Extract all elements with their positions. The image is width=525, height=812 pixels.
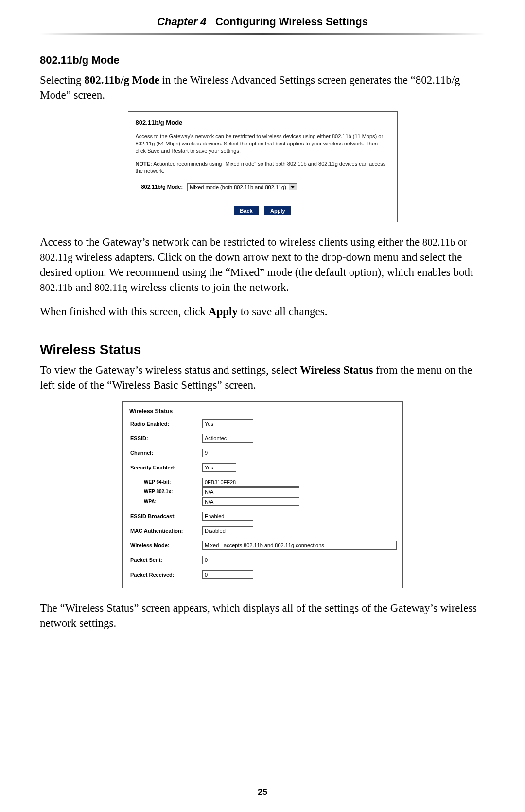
p2-e: wireless adapters. Click on the down arr… (40, 251, 473, 278)
intro-b: 802.11b/g Mode (84, 74, 159, 86)
p2-h: 802.11g (94, 282, 127, 293)
chapter-prefix: Chapter 4 (157, 16, 206, 28)
mode-select-value: Mixed mode (both 802.11b and 802.11g) (190, 184, 286, 190)
mode-panel-note: NOTE: Actiontec recommends using "Mixed … (136, 161, 390, 175)
label-essid-broadcast: ESSID Broadcast: (128, 513, 202, 519)
mode-panel-body: Access to the Gateway's network can be r… (136, 133, 390, 155)
value-mac-auth: Disabled (202, 526, 253, 535)
section2-intro: To view the Gateway’s wireless status an… (40, 362, 485, 393)
status-panel-title: Wireless Status (128, 406, 397, 419)
back-button[interactable]: Back (234, 206, 258, 215)
label-mac-auth: MAC Authentication: (128, 528, 202, 534)
value-radio-enabled: Yes (202, 419, 253, 428)
value-wireless-mode: Mixed - accepts 802.11b and 802.11g conn… (202, 541, 397, 550)
section-subtitle-802-mode: 802.11b/g Mode (40, 54, 485, 67)
value-security-enabled: Yes (202, 463, 236, 472)
row-wep64: WEP 64-bit: 0FB310FF28 (128, 478, 397, 487)
mode-panel-title: 802.11b/g Mode (136, 119, 390, 126)
p2-c: or (455, 236, 467, 248)
value-channel: 9 (202, 449, 253, 457)
page: Chapter 4 Configuring Wireless Settings … (0, 0, 525, 812)
label-wpa: WPA: (128, 499, 202, 504)
value-wpa: N/A (202, 497, 299, 506)
label-packet-sent: Packet Sent: (128, 557, 202, 563)
note-body: Actiontec recommends using "Mixed mode" … (136, 161, 386, 174)
chevron-down-icon[interactable] (289, 184, 297, 190)
page-number: 25 (0, 787, 525, 797)
status-panel: Wireless Status Radio Enabled: Yes ESSID… (122, 401, 403, 588)
mode-row: 802.11b/g Mode: Mixed mode (both 802.11b… (141, 183, 390, 191)
p2-d: 802.11g (40, 252, 72, 263)
p3-b: Apply (209, 306, 238, 318)
note-prefix: NOTE: (136, 161, 152, 167)
mode-panel: 802.11b/g Mode Access to the Gateway's n… (128, 111, 398, 222)
paragraph-4: The “Wireless Status” screen appears, wh… (40, 600, 485, 631)
label-wireless-mode: Wireless Mode: (128, 542, 202, 548)
value-essid-broadcast: Enabled (202, 512, 253, 521)
label-essid: ESSID: (128, 435, 202, 441)
mode-select[interactable]: Mixed mode (both 802.11b and 802.11g) (187, 183, 298, 191)
row-wireless-mode: Wireless Mode: Mixed - accepts 802.11b a… (128, 541, 397, 550)
label-wep64: WEP 64-bit: (128, 479, 202, 485)
p3-a: When finished with this screen, click (40, 306, 209, 318)
section-title-wireless-status: Wireless Status (40, 342, 485, 358)
section-rule (40, 334, 485, 334)
row-security-enabled: Security Enabled: Yes (128, 463, 397, 472)
p2-b: 802.11b (422, 236, 455, 248)
row-radio-enabled: Radio Enabled: Yes (128, 419, 397, 428)
row-essid-broadcast: ESSID Broadcast: Enabled (128, 512, 397, 521)
label-channel: Channel: (128, 450, 202, 456)
svg-marker-0 (291, 186, 295, 189)
s2-b: Wireless Status (300, 364, 373, 376)
label-radio-enabled: Radio Enabled: (128, 421, 202, 427)
chapter-header: Chapter 4 Configuring Wireless Settings (40, 16, 485, 33)
row-channel: Channel: 9 (128, 449, 397, 457)
header-rule (40, 33, 485, 35)
status-table: Radio Enabled: Yes ESSID: Actiontec Chan… (128, 419, 397, 579)
row-packet-sent: Packet Sent: 0 (128, 556, 397, 564)
row-wep8021x: WEP 802.1x: N/A (128, 487, 397, 496)
value-packet-received: 0 (202, 570, 253, 579)
row-essid: ESSID: Actiontec (128, 434, 397, 443)
label-packet-received: Packet Received: (128, 572, 202, 577)
p2-g: and (72, 281, 94, 293)
p3-c: to save all changes. (238, 306, 328, 318)
label-wep8021x: WEP 802.1x: (128, 489, 202, 494)
s2-a: To view the Gateway’s wireless status an… (40, 364, 300, 376)
row-wpa: WPA: N/A (128, 497, 397, 506)
mode-label: 802.11b/g Mode: (141, 184, 183, 190)
row-packet-received: Packet Received: 0 (128, 570, 397, 579)
apply-button[interactable]: Apply (264, 206, 291, 215)
chapter-title-text: Configuring Wireless Settings (215, 16, 368, 28)
intro-a: Selecting (40, 74, 84, 86)
p2-a: Access to the Gateway’s network can be r… (40, 236, 422, 248)
value-wep8021x: N/A (202, 487, 299, 496)
p2-i: wireless clients to join the network. (127, 281, 289, 293)
p2-f: 802.11b (40, 282, 72, 293)
paragraph-2: Access to the Gateway’s network can be r… (40, 235, 485, 295)
value-essid: Actiontec (202, 434, 253, 443)
value-packet-sent: 0 (202, 556, 253, 564)
paragraph-3: When finished with this screen, click Ap… (40, 304, 485, 319)
chapter-title (210, 16, 215, 28)
row-mac-auth: MAC Authentication: Disabled (128, 526, 397, 535)
mode-panel-buttons: Back Apply (136, 206, 390, 215)
label-security-enabled: Security Enabled: (128, 465, 202, 470)
value-wep64: 0FB310FF28 (202, 478, 299, 487)
intro-paragraph: Selecting 802.11b/g Mode in the Wireless… (40, 72, 485, 103)
